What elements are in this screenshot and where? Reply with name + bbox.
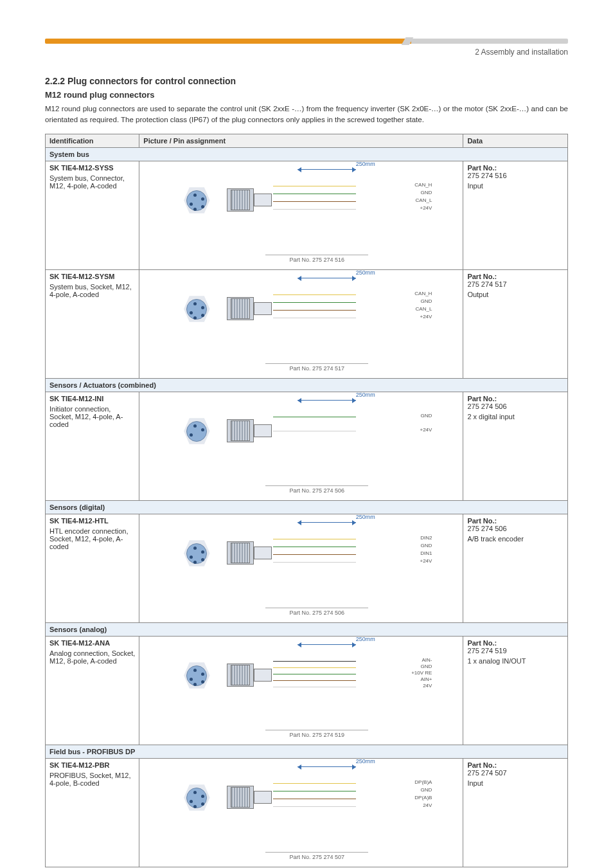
data-value: A/B track encoder xyxy=(467,535,564,543)
wire-line: GND xyxy=(298,194,356,194)
cell-data: Part No.:275 274 507Input xyxy=(463,758,568,867)
product-desc: Analog connection, Socket, M12, 8-pole, … xyxy=(49,649,135,665)
table-row: SK TIE4-M12-PBRPROFIBUS, Socket, M12, 4-… xyxy=(46,758,568,867)
connector-face-icon xyxy=(182,661,211,691)
table-row: SK TIE4-M12-HTLHTL encoder connection, S… xyxy=(46,514,568,622)
cell-identification: SK TIE4-M12-SYSSSystem bus, Connector, M… xyxy=(46,161,139,269)
data-partno-value: 275 274 506 xyxy=(467,525,564,532)
wire-label: GND xyxy=(421,664,432,669)
wire-label: +24V xyxy=(420,205,432,211)
wire-line: AIN- xyxy=(298,661,356,662)
connector-side-icon xyxy=(227,657,298,693)
wire-label: GND xyxy=(421,413,432,419)
data-value: 2 x digital input xyxy=(467,413,564,420)
cell-data: Part No.:275 274 517Output xyxy=(463,269,568,378)
wire-line: GND xyxy=(298,547,356,547)
product-desc: HTL encoder connection, Socket, M12, 4-p… xyxy=(49,527,135,550)
cell-identification: SK TIE4-M12-SYSMSystem bus, Socket, M12,… xyxy=(46,269,139,378)
wire-label: DIN1 xyxy=(420,550,432,556)
wire-label: CAN_H xyxy=(414,182,432,188)
data-partno-label: Part No.: xyxy=(467,164,564,172)
section-paragraph: M12 round plug connectors are used to se… xyxy=(45,104,568,126)
wire-label: +24V xyxy=(420,558,432,564)
category-label: Field bus - PROFIBUS DP xyxy=(46,745,568,758)
data-partno-value: 275 274 506 xyxy=(467,402,564,410)
data-partno-value: 275 274 519 xyxy=(467,647,564,655)
product-name: SK TIE4-M12-SYSS xyxy=(49,164,135,172)
wire-label: GND xyxy=(421,787,432,793)
wire-line: DIN2 xyxy=(298,539,356,539)
wire-label: GND xyxy=(421,543,432,548)
connector-face-icon xyxy=(182,783,211,813)
wire-line: +24V xyxy=(298,562,356,563)
category-label: Sensors / Actuators (combined) xyxy=(46,378,568,392)
cell-identification: SK TIE4-M12-PBRPROFIBUS, Socket, M12, 4-… xyxy=(46,758,139,867)
table-row: SK TIE4-M12-INIInitiator connection, Soc… xyxy=(46,392,568,500)
cell-data: Part No.:275 274 516Input xyxy=(463,161,568,269)
connector-table: Identification Picture / Pin assignment … xyxy=(45,134,568,867)
wire-line: +24V xyxy=(298,431,356,431)
data-partno-value: 275 274 507 xyxy=(467,769,564,777)
connector-face-icon xyxy=(182,186,211,215)
data-partno-label: Part No.: xyxy=(467,639,564,647)
data-partno-value: 275 274 517 xyxy=(467,280,564,288)
category-row: Field bus - PROFIBUS DP xyxy=(46,745,568,758)
product-name: SK TIE4-M12-ANA xyxy=(49,639,135,647)
cell-identification: SK TIE4-M12-INIInitiator connection, Soc… xyxy=(46,392,139,500)
diagram-part-number: Part No. 275 274 506 xyxy=(265,485,368,494)
cell-picture: 250mmDIN2GNDDIN1+24VPart No. 275 274 506 xyxy=(139,514,463,622)
section-heading: 2.2.2 Plug connectors for control connec… xyxy=(45,76,568,86)
data-partno-label: Part No.: xyxy=(467,517,564,525)
diagram-part-number: Part No. 275 274 507 xyxy=(265,852,368,860)
cell-picture: 250mmDP(B)AGNDDP(A)B24VPart No. 275 274 … xyxy=(139,758,463,867)
data-value: Input xyxy=(467,182,564,190)
table-row: SK TIE4-M12-ANAAnalog connection, Socket… xyxy=(46,636,568,745)
connector-side-icon xyxy=(227,291,298,327)
category-row: System bus xyxy=(46,147,568,161)
category-label: Sensors (analog) xyxy=(46,622,568,636)
wire-label: +24V xyxy=(420,314,432,320)
table-header-row: Identification Picture / Pin assignment … xyxy=(46,134,568,147)
data-partno-label: Part No.: xyxy=(467,761,564,769)
product-desc: Initiator connection, Socket, M12, 4-pol… xyxy=(49,405,135,428)
wire-line: 24V xyxy=(298,806,356,807)
wire-line: CAN_L xyxy=(298,201,356,202)
wire-label: DIN2 xyxy=(420,535,432,541)
product-name: SK TIE4-M12-HTL xyxy=(49,517,135,525)
header-accent-bar xyxy=(45,39,568,44)
category-row: Sensors / Actuators (combined) xyxy=(46,378,568,392)
data-partno-label: Part No.: xyxy=(467,395,564,402)
wire-label: AIN+ xyxy=(420,676,432,682)
category-row: Sensors (digital) xyxy=(46,500,568,514)
cell-data: Part No.:275 274 506A/B track encoder xyxy=(463,514,568,622)
diagram-part-number: Part No. 275 274 506 xyxy=(265,608,368,616)
cell-picture: 250mmAIN-GND+10V REAIN+24VPart No. 275 2… xyxy=(139,636,463,745)
wire-line: CAN_L xyxy=(298,310,356,311)
product-desc: PROFIBUS, Socket, M12, 4-pole, B-coded xyxy=(49,772,135,787)
connector-side-icon xyxy=(227,182,298,218)
wire-line: GND xyxy=(298,791,356,791)
wire-line: +24V xyxy=(298,209,356,210)
connector-face-icon xyxy=(182,539,211,568)
data-partno-value: 275 274 516 xyxy=(467,172,564,179)
wire-label: GND xyxy=(421,190,432,195)
wire-label: 24V xyxy=(423,802,432,808)
wire-line: 24V xyxy=(298,687,356,687)
diagram-part-number: Part No. 275 274 517 xyxy=(265,363,368,372)
dimension-label: 250mm xyxy=(356,514,375,520)
category-label: System bus xyxy=(46,147,568,161)
category-row: Sensors (analog) xyxy=(46,622,568,636)
wire-label: DP(A)B xyxy=(414,795,432,800)
th-picture: Picture / Pin assignment xyxy=(139,134,463,147)
product-name: SK TIE4-M12-SYSM xyxy=(49,273,135,280)
diagram-part-number: Part No. 275 274 519 xyxy=(265,730,368,738)
wire-line: CAN_H xyxy=(298,186,356,186)
product-name: SK TIE4-M12-INI xyxy=(49,395,135,402)
wire-label: CAN_L xyxy=(416,306,432,312)
cell-picture: 250mmCAN_HGNDCAN_L+24VPart No. 275 274 5… xyxy=(139,269,463,378)
connector-side-icon xyxy=(227,779,298,815)
wire-label: AIN- xyxy=(422,657,432,663)
header-section-ref: 2 Assembly and installation xyxy=(45,48,568,57)
data-value: Input xyxy=(467,779,564,787)
data-value: Output xyxy=(467,291,564,298)
